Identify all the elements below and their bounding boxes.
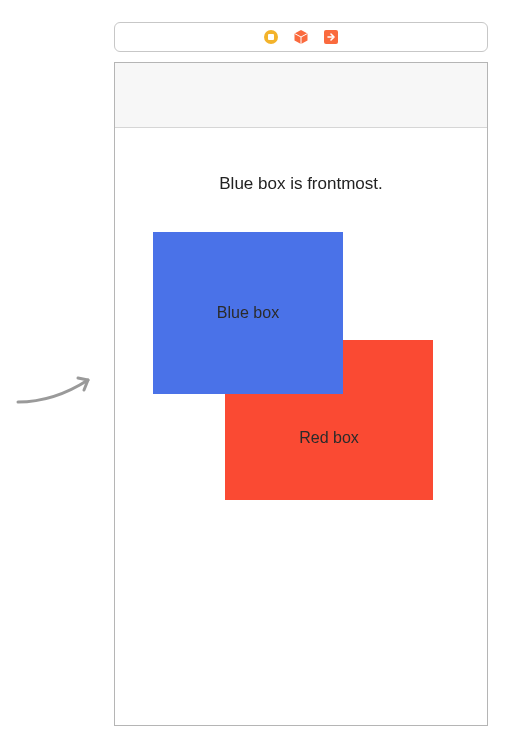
stop-icon[interactable] [263, 29, 279, 45]
red-box-label: Red box [299, 429, 359, 447]
blue-box-label: Blue box [217, 304, 279, 322]
export-icon[interactable] [323, 29, 339, 45]
cube-icon[interactable] [293, 29, 309, 45]
status-bar [115, 63, 487, 128]
frontmost-title: Blue box is frontmost. [115, 174, 487, 194]
preview-toolbar [114, 22, 488, 52]
pointer-arrow-icon [14, 372, 106, 408]
svg-rect-1 [268, 34, 274, 40]
blue-box[interactable]: Blue box [153, 232, 343, 394]
preview-content: Blue box is frontmost. Red box Blue box [115, 128, 487, 725]
device-preview-frame: Blue box is frontmost. Red box Blue box [114, 62, 488, 726]
